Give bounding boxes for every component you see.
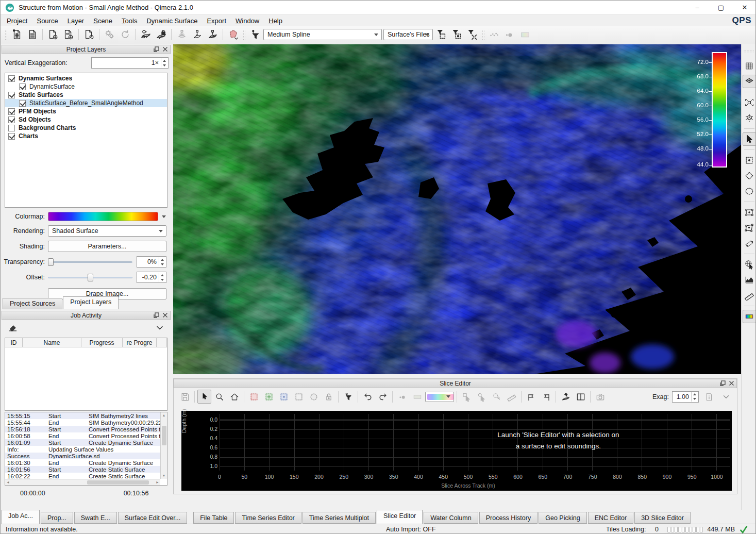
checkbox-checked[interactable] bbox=[19, 84, 26, 90]
checkbox-checked[interactable] bbox=[19, 100, 26, 107]
scrollbar-thumb[interactable] bbox=[87, 480, 149, 485]
log-row[interactable]: SuccessDynamicSurface.sd bbox=[5, 453, 160, 459]
edit-rectangle-icon[interactable] bbox=[743, 206, 756, 219]
tree-item-pfm-objects[interactable]: PFM Objects bbox=[5, 107, 167, 115]
clear-jobs-eraser-icon[interactable] bbox=[6, 321, 20, 335]
log-row[interactable]: 16:00:58EndConvert Processed Points t bbox=[5, 432, 160, 439]
log-row[interactable]: 15:55:44EndSfM Bathymetry00:00:29.22 bbox=[5, 419, 160, 426]
menu-tools[interactable]: Tools bbox=[117, 15, 142, 26]
edit-polygon-icon[interactable] bbox=[743, 221, 756, 235]
new-project-icon[interactable] bbox=[10, 28, 24, 42]
shading-parameters-button[interactable]: Parameters... bbox=[48, 241, 166, 252]
close-panel-icon[interactable] bbox=[162, 46, 168, 52]
log-row[interactable]: 16:01:30EndCreate Dynamic Surface bbox=[5, 459, 160, 466]
tab-project-sources[interactable]: Project Sources bbox=[3, 298, 62, 309]
spin-up-button[interactable] bbox=[159, 257, 165, 262]
menu-project[interactable]: Project bbox=[2, 15, 32, 26]
transparency-slider[interactable] bbox=[48, 257, 132, 266]
flag-forward-icon[interactable] bbox=[524, 390, 538, 404]
bathymetry-view[interactable]: 72.0 68.0 64.0 60.0 56.0 52.0 48.0 44.0 bbox=[173, 44, 741, 374]
measure-ruler-icon[interactable] bbox=[743, 289, 756, 302]
select-cursor-icon[interactable] bbox=[743, 132, 756, 146]
spin-down-button[interactable] bbox=[161, 63, 167, 68]
close-panel-icon[interactable] bbox=[729, 380, 734, 386]
open-project-icon[interactable] bbox=[25, 28, 39, 42]
filter-cursor-icon[interactable] bbox=[248, 28, 262, 42]
log-row[interactable]: 15:56:18StartConvert Processed Points t bbox=[5, 426, 160, 432]
colorbar-toggle-icon[interactable] bbox=[743, 310, 756, 323]
spline-filter-select[interactable]: Medium Spline bbox=[263, 29, 382, 40]
tree-item-background-charts[interactable]: Background Charts bbox=[5, 124, 167, 132]
spin-up-button[interactable] bbox=[692, 392, 698, 397]
tree-item-staticsurface-selected[interactable]: StaticSurface_Before_SmallAngleMethod bbox=[5, 99, 167, 107]
undo-icon[interactable] bbox=[361, 390, 375, 404]
reject-soundings-icon[interactable] bbox=[247, 390, 261, 404]
column-name[interactable]: Name bbox=[23, 338, 81, 347]
maximize-button[interactable]: ▢ bbox=[709, 1, 733, 15]
tab-3d-slice-editor[interactable]: 3D Slice Editor bbox=[634, 512, 691, 524]
tab-process-history[interactable]: Process History bbox=[479, 512, 538, 524]
collapse-chevron-icon[interactable] bbox=[153, 321, 166, 335]
log-row[interactable]: 16:02:22EndCreate Static Surface bbox=[5, 473, 160, 479]
tab-project-layers[interactable]: Project Layers bbox=[63, 296, 119, 309]
vertical-exaggeration-spinbox[interactable]: 1× bbox=[91, 57, 169, 69]
close-panel-icon[interactable] bbox=[162, 312, 168, 318]
transparency-spinbox[interactable]: 0% bbox=[137, 256, 166, 268]
redo-icon[interactable] bbox=[376, 390, 390, 404]
slider-handle[interactable] bbox=[88, 274, 93, 281]
spin-up-button[interactable] bbox=[159, 273, 165, 277]
zoom-icon[interactable] bbox=[212, 390, 226, 404]
slider-handle[interactable] bbox=[48, 258, 54, 266]
filter-rectangle-icon[interactable] bbox=[434, 28, 448, 42]
select-lasso-icon[interactable] bbox=[743, 185, 756, 198]
tree-item-dynamic-surfaces[interactable]: Dynamic Surfaces bbox=[5, 74, 167, 82]
tab-time-series-multiplot[interactable]: Time Series Multiplot bbox=[303, 512, 376, 524]
home-view-icon[interactable] bbox=[227, 390, 241, 404]
column-id[interactable]: ID bbox=[5, 338, 23, 347]
zoom-3d-box-icon[interactable] bbox=[743, 111, 756, 125]
add-raw-sonar-files-icon[interactable] bbox=[46, 28, 60, 42]
horizontal-scrollbar[interactable]: ◄► bbox=[5, 479, 160, 485]
menu-help[interactable]: Help bbox=[264, 15, 287, 26]
split-view-icon[interactable] bbox=[574, 390, 587, 404]
tab-surface-edit-overview[interactable]: Surface Edit Over... bbox=[118, 512, 187, 524]
log-row[interactable]: Info:Updating Surface Values bbox=[5, 446, 160, 453]
exag-spinbox[interactable]: 1.00 bbox=[672, 391, 699, 403]
surface-2d-view-icon[interactable] bbox=[743, 75, 756, 88]
float-panel-icon[interactable] bbox=[154, 312, 159, 318]
checkbox-checked[interactable] bbox=[8, 92, 15, 98]
float-panel-icon[interactable] bbox=[154, 46, 159, 52]
menu-window[interactable]: Window bbox=[231, 15, 264, 26]
menu-export[interactable]: Export bbox=[202, 15, 231, 26]
log-row[interactable]: 16:01:09StartCreate Dynamic Surface bbox=[5, 439, 160, 446]
brush-surface-icon[interactable] bbox=[559, 390, 573, 404]
accept-soundings-icon[interactable] bbox=[262, 390, 276, 404]
select-rectangle-icon[interactable] bbox=[743, 154, 756, 167]
menu-dynamic-surface[interactable]: Dynamic Surface bbox=[142, 15, 202, 26]
colormap-select[interactable] bbox=[48, 212, 158, 221]
close-button[interactable]: ✕ bbox=[733, 1, 756, 15]
reload-files-icon[interactable] bbox=[82, 28, 96, 42]
spin-up-button[interactable] bbox=[161, 58, 167, 63]
tab-properties[interactable]: Prop... bbox=[41, 512, 73, 524]
tree-item-charts[interactable]: Charts bbox=[5, 132, 167, 140]
column-progress[interactable]: Progress bbox=[81, 338, 123, 347]
slice-colormap-select[interactable] bbox=[425, 392, 454, 402]
tab-enc-editor[interactable]: ENC Editor bbox=[588, 512, 634, 524]
vertical-scrollbar[interactable]: ▲▼ bbox=[160, 412, 167, 479]
deselect-rectangle-icon[interactable] bbox=[292, 390, 306, 404]
grid-view-icon[interactable] bbox=[743, 59, 756, 73]
dynamic-surface-icon[interactable] bbox=[139, 28, 153, 42]
sounding-surface-icon[interactable] bbox=[206, 28, 220, 42]
tab-swath-editor[interactable]: Swath E... bbox=[74, 512, 117, 524]
offset-spinbox[interactable]: -0.20 bbox=[137, 272, 166, 283]
checkbox-checked[interactable] bbox=[8, 116, 15, 123]
checkbox-checked[interactable] bbox=[8, 75, 15, 82]
select-line-icon[interactable] bbox=[743, 237, 756, 250]
flag-back-icon[interactable] bbox=[539, 390, 553, 404]
filter-dot-rectangle-icon[interactable] bbox=[450, 28, 464, 42]
profile-chart-icon[interactable] bbox=[743, 273, 756, 287]
tab-slice-editor[interactable]: Slice Editor bbox=[377, 510, 423, 524]
log-row[interactable]: 15:55:15StartSfM Bathymetry2 lines bbox=[5, 412, 160, 419]
tab-geo-picking[interactable]: Geo Picking bbox=[539, 512, 586, 524]
